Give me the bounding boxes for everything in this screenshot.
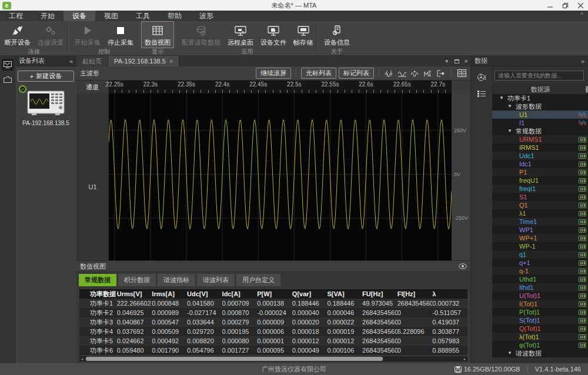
close-tab-group-icon[interactable]: × bbox=[465, 58, 468, 65]
scroll-left-icon[interactable]: ◂ bbox=[79, 356, 85, 361]
wave-marker-icon[interactable] bbox=[410, 69, 420, 78]
tree-item-波形数据[interactable]: ▼波形数据 bbox=[492, 102, 588, 111]
tree-item-S1[interactable]: S1 bbox=[492, 193, 588, 201]
maximize-button[interactable] bbox=[557, 0, 573, 11]
data-search-input[interactable] bbox=[495, 71, 584, 81]
expand-arrow-icon[interactable]: ▼ bbox=[507, 127, 512, 135]
value-tab-0[interactable]: 常规数据 bbox=[79, 274, 116, 286]
continue-scroll-button[interactable]: 继续滚屏 bbox=[256, 68, 291, 79]
ribbon-button[interactable]: 远程桌面 bbox=[224, 21, 257, 48]
menu-item-1[interactable]: 开始 bbox=[32, 11, 64, 21]
tree-item-q+1[interactable]: q+1 bbox=[492, 259, 588, 267]
tree-item-IRMS1[interactable]: IRMS1 bbox=[492, 143, 588, 152]
cursor-list-button[interactable]: 光标列表 bbox=[301, 68, 336, 79]
tree-item-φ(Tot)1[interactable]: φ(Tot)1 bbox=[492, 341, 588, 349]
device-view-icon[interactable] bbox=[2, 59, 14, 71]
new-device-button[interactable]: + 新建设备 bbox=[18, 71, 74, 82]
eye-icon[interactable] bbox=[459, 263, 467, 269]
tree-item-常规数据[interactable]: ▼常规数据 bbox=[492, 127, 588, 135]
doc-tabs: 起始页PA-192.168.138.5× bbox=[76, 56, 179, 66]
tree-item-U1[interactable]: U1 bbox=[492, 111, 588, 119]
tree-item-Idc1[interactable]: Idc1 bbox=[492, 160, 588, 168]
minimize-button[interactable] bbox=[542, 0, 557, 11]
tree-item-λ(Tot)1[interactable]: λ(Tot)1 bbox=[492, 333, 588, 341]
ribbon-button[interactable]: 数值视图 bbox=[141, 21, 174, 48]
ribbon-collapse-icon[interactable]: ^ bbox=[580, 12, 583, 18]
float-window-icon[interactable] bbox=[455, 59, 459, 63]
tree-item-S(Tot)1[interactable]: S(Tot)1 bbox=[492, 316, 588, 324]
wave-cursor-icon[interactable] bbox=[384, 69, 395, 78]
ribbon-button[interactable]: 设备文件 bbox=[257, 21, 290, 48]
tree-item-P(Tot)1[interactable]: P(Tot)1 bbox=[492, 308, 588, 316]
table-row[interactable]: 功率卡40.0376920.0005090.0297200.0001950.00… bbox=[79, 327, 467, 336]
tree-item-Udc1[interactable]: Udc1 bbox=[492, 152, 588, 160]
tree-item-P1[interactable]: P1 bbox=[492, 168, 588, 176]
tree-item-Ithd1[interactable]: Ithd1 bbox=[492, 283, 588, 292]
close-button[interactable] bbox=[573, 0, 588, 11]
data-source-icon[interactable] bbox=[476, 71, 487, 83]
expand-arrow-icon[interactable]: ▼ bbox=[507, 349, 512, 357]
document-tab-0[interactable]: 起始页 bbox=[76, 56, 108, 66]
export-icon[interactable] bbox=[436, 69, 446, 78]
tree-item-WP-1[interactable]: WP-1 bbox=[492, 242, 588, 250]
menu-item-0[interactable]: 工程 bbox=[0, 11, 32, 21]
tree-item-Q1[interactable]: Q1 bbox=[492, 201, 588, 209]
table-hscrollbar[interactable]: ◂ ▸ bbox=[79, 356, 467, 361]
ribbon-button[interactable]: 断开设备 bbox=[1, 21, 34, 48]
tree-item-I(Tot)1[interactable]: I(Tot)1 bbox=[492, 300, 588, 308]
value-tab-1[interactable]: 积分数据 bbox=[118, 274, 156, 286]
tab-close-icon[interactable]: × bbox=[169, 58, 173, 65]
table-row[interactable]: 功率卡60.0594800.0017900.0547960.0017270.00… bbox=[79, 346, 467, 355]
waveform-plot[interactable] bbox=[109, 93, 452, 260]
tree-item-谐波数据[interactable]: ▼谐波数据 bbox=[492, 349, 588, 357]
expand-panel-icon[interactable]: » bbox=[581, 58, 584, 65]
tree-item-freqU1[interactable]: freqU1 bbox=[492, 176, 588, 185]
scroll-right-icon[interactable]: ▸ bbox=[462, 356, 467, 361]
value-tab-4[interactable]: 用户自定义 bbox=[236, 274, 280, 286]
menu-item-2[interactable]: 设备 bbox=[64, 11, 95, 21]
tree-item-freqI1[interactable]: freqI1 bbox=[492, 185, 588, 193]
tree-item-URMS1[interactable]: URMS1 bbox=[492, 135, 588, 143]
tab-label: PA-192.168.138.5 bbox=[114, 58, 166, 65]
tree-item-WP1[interactable]: WP1 bbox=[492, 226, 588, 234]
tree-item-Uthd1[interactable]: Uthd1 bbox=[492, 275, 588, 283]
table-row[interactable]: 功率卡1222.2666020.0008480.0415800.0007090.… bbox=[79, 299, 467, 308]
expand-arrow-icon[interactable]: ▼ bbox=[499, 94, 504, 102]
expand-arrow-icon[interactable]: ▼ bbox=[507, 102, 512, 111]
ribbon-button[interactable]: 停止采集 bbox=[104, 21, 137, 48]
tree-scrollbar-thumb[interactable] bbox=[586, 86, 588, 93]
data-list-icon[interactable] bbox=[476, 88, 487, 99]
tree-item-Time1[interactable]: Time1 bbox=[492, 217, 588, 226]
tree-item-U(Tot)1[interactable]: U(Tot)1 bbox=[492, 292, 588, 300]
tree-item-q-1[interactable]: q-1 bbox=[492, 267, 588, 275]
document-tab-1[interactable]: PA-192.168.138.5× bbox=[108, 56, 179, 66]
tree-item-q1[interactable]: q1 bbox=[492, 250, 588, 259]
tree-item-λ1[interactable]: λ1 bbox=[492, 209, 588, 217]
menu-item-4[interactable]: 工具 bbox=[127, 11, 159, 21]
tree-item-功率卡1[interactable]: ▼功率卡1 bbox=[492, 94, 588, 102]
value-tab-3[interactable]: 谐波列表 bbox=[197, 274, 235, 286]
ribbon-group-label: 连接 bbox=[1, 48, 67, 55]
table-row[interactable]: 功率卡30.0408670.0005470.0336440.0002790.00… bbox=[79, 317, 467, 327]
measure-icon[interactable] bbox=[423, 69, 433, 78]
tree-item-I1[interactable]: I1 bbox=[492, 119, 588, 127]
collapse-panel-icon[interactable]: « bbox=[69, 58, 73, 65]
menu-item-3[interactable]: 视图 bbox=[95, 11, 127, 21]
scroll-thumb[interactable] bbox=[86, 357, 383, 361]
menu-item-6[interactable]: 波形 bbox=[191, 11, 222, 21]
numeric-list-icon[interactable] bbox=[456, 69, 467, 78]
marker-list-button[interactable]: 标记列表 bbox=[339, 68, 374, 79]
wave-zoom-icon[interactable] bbox=[397, 69, 407, 78]
device-card[interactable]: ✓ PA-192.168.138.5 bbox=[15, 90, 76, 126]
table-row[interactable]: 功率卡20.0469250.000989-0.0271740.000870-0.… bbox=[79, 308, 467, 317]
menu-item-5[interactable]: 帮助 bbox=[159, 11, 191, 21]
value-tab-2[interactable]: 谐波指标 bbox=[158, 274, 195, 286]
tab-dropdown-icon[interactable]: ▼ bbox=[445, 59, 449, 64]
project-folder-icon[interactable] bbox=[2, 73, 14, 85]
table-header-row[interactable]: 功率数据Urms[V]Irms[A]Udc[V]Idc[A]P[W]Q[var]… bbox=[79, 289, 467, 299]
tree-item-WP+1[interactable]: WP+1 bbox=[492, 234, 588, 242]
table-row[interactable]: 功率卡50.0246620.0004920.0088200.0000800.00… bbox=[79, 336, 467, 346]
tree-item-Q(Tot)1[interactable]: Q(Tot)1 bbox=[492, 324, 588, 333]
ribbon-button[interactable]: 帧存储 bbox=[290, 21, 316, 48]
ribbon-button[interactable]: 设备信息 bbox=[320, 21, 353, 48]
